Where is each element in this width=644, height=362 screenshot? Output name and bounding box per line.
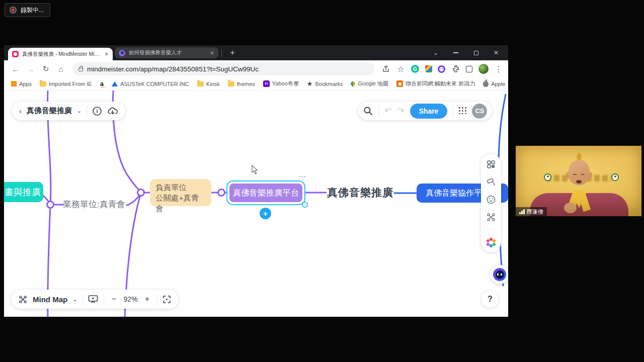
node-business-unit-label[interactable]: 業務單位:真青會 [63, 199, 125, 210]
user-avatar[interactable]: CS [472, 104, 487, 119]
tab-mindmeister[interactable]: 真佛音樂推廣 - MindMeister Mind Map ✕ [8, 48, 113, 60]
chevron-down-icon[interactable]: ⌄ [72, 296, 77, 303]
bookmark-label: Yahoo奇摩 [272, 80, 299, 87]
bookmark-google-maps[interactable]: Google 地圖 [351, 80, 388, 87]
minimize-button[interactable] [446, 45, 466, 60]
bookmark-label: Imported From IE [49, 81, 92, 87]
tab-search-icon[interactable]: ⌄ [426, 45, 446, 60]
selection-handle[interactable] [302, 202, 308, 208]
cloud-download-icon[interactable] [107, 106, 118, 116]
bookmark-star-icon[interactable]: ☆ [396, 64, 406, 73]
mindmap-mode-icon [18, 295, 28, 304]
address-bar[interactable]: mindmeister.com/app/map/2843550851?t=Sug… [72, 62, 374, 75]
add-child-node-button[interactable]: + [260, 208, 271, 219]
recording-indicator[interactable]: 錄製中... [5, 3, 50, 17]
bookmark-label: themes [237, 81, 255, 87]
bookmark-kiosk[interactable]: Kiosk [197, 81, 220, 87]
zoom-out-button[interactable]: − [109, 295, 118, 304]
integrations-flower-icon[interactable] [487, 238, 496, 247]
view-toolbar: Mind Map ⌄ − 92% + [11, 290, 179, 309]
back-icon[interactable]: ‹ [19, 107, 22, 115]
purple-extension-icon[interactable] [438, 65, 445, 73]
tab-close-icon[interactable]: ✕ [105, 51, 109, 57]
node-options-icon[interactable]: ... [299, 171, 306, 178]
forward-icon[interactable]: → [24, 62, 37, 75]
new-tab-button[interactable]: + [226, 47, 238, 59]
window-controls: ⌄ ✕ [426, 45, 506, 60]
folder-icon [228, 81, 234, 86]
map-header-pill: ‹ 真佛音樂推廣 ⌄ [12, 102, 125, 120]
connections-icon[interactable] [486, 212, 496, 222]
divider [104, 294, 104, 304]
paint-roller-icon[interactable] [486, 177, 496, 187]
sidebar-extension-icon[interactable] [466, 66, 472, 72]
recording-label: 錄製中... [21, 6, 44, 15]
chevron-down-icon[interactable]: ⌄ [77, 108, 82, 114]
back-icon[interactable]: ← [9, 62, 22, 75]
ai-assistant-button[interactable] [490, 265, 508, 284]
apps-grid-icon [11, 81, 17, 86]
view-mode-label[interactable]: Mind Map [33, 295, 67, 304]
help-button[interactable]: ? [481, 291, 499, 308]
map-pin-icon [350, 80, 357, 87]
bookmark-asus[interactable]: ASUSTeK COMPUTER INC [112, 81, 189, 87]
mindmap-canvas[interactable]: 畫與推廣 業務單位:真青會 負責單位 公關處+真青會 真佛音樂推廣平台 ... … [4, 90, 508, 317]
bookmark-apple[interactable]: Apple [483, 81, 505, 87]
browser-window: 真佛音樂推廣 - MindMeister Mind Map ✕ 如何發掘佛教音樂… [4, 45, 508, 317]
node-root-music-promotion[interactable]: 真佛音樂推廣 [327, 186, 393, 200]
bookmark-yahoo[interactable]: Y!Yahoo奇摩 [263, 80, 299, 87]
share-page-icon[interactable] [381, 64, 390, 73]
bookmark-apps[interactable]: Apps [11, 81, 32, 87]
colorful-extension-icon[interactable] [425, 65, 432, 72]
node-line: 公關處+真青會 [155, 193, 206, 214]
map-title[interactable]: 真佛音樂推廣 [27, 106, 72, 116]
grammarly-extension-icon[interactable]: G [411, 65, 419, 73]
recording-icon [10, 7, 17, 14]
bookmark-label: ASUSTeK COMPUTER INC [120, 81, 189, 87]
toolbar-right: ☆ G ⋮ [381, 64, 503, 74]
node-responsible-unit[interactable]: 負責單位 公關處+真青會 [150, 179, 211, 206]
bookmark-amazon[interactable]: a [100, 81, 104, 86]
amazon-icon: a [100, 81, 104, 86]
presentation-icon[interactable] [88, 294, 99, 304]
udn-icon [396, 80, 403, 87]
star-icon: ★ [307, 80, 313, 87]
close-button[interactable]: ✕ [486, 45, 506, 60]
zoom-level[interactable]: 92% [123, 295, 137, 303]
node-promotion-platform[interactable]: 真佛音樂推廣平台 [229, 184, 302, 202]
extensions-puzzle-icon[interactable] [451, 64, 460, 73]
undo-icon[interactable]: ↶ [384, 106, 391, 116]
browser-toolbar: ← → ↻ ⌂ mindmeister.com/app/map/28435508… [4, 60, 508, 77]
bookmark-imported[interactable]: Imported From IE [40, 81, 92, 87]
bookmark-bookmarks[interactable]: ★Bookmarks [307, 80, 343, 87]
profile-avatar[interactable] [478, 64, 489, 74]
reload-icon[interactable]: ↻ [39, 62, 52, 75]
participant-name: 釋蓮僧 [527, 208, 543, 216]
bookmark-label: Apple [491, 81, 505, 87]
share-button[interactable]: Share [410, 104, 448, 119]
apps-grid-icon[interactable] [459, 107, 466, 115]
home-icon[interactable]: ⌂ [54, 62, 67, 75]
node-planning-promotion[interactable]: 畫與推廣 [4, 182, 43, 202]
bookmark-themes[interactable]: themes [228, 81, 255, 87]
bookmark-label: Kiosk [206, 81, 220, 87]
site-favicon-icon [119, 50, 125, 56]
info-icon[interactable] [92, 106, 102, 116]
ai-bot-icon [493, 268, 506, 281]
browser-menu-icon[interactable]: ⋮ [494, 64, 503, 73]
zoom-in-button[interactable]: + [142, 295, 151, 304]
format-side-panel [481, 154, 501, 252]
mindmeister-favicon-icon [12, 51, 19, 57]
bookmark-label: Apps [19, 81, 32, 87]
emoji-icon[interactable] [486, 195, 496, 205]
search-icon[interactable] [363, 106, 373, 116]
maximize-button[interactable] [466, 45, 486, 60]
bookmark-udn[interactable]: 聯合新聞網:觸動未來 新識力 [396, 80, 475, 87]
redo-icon[interactable]: ↷ [397, 106, 404, 116]
layout-dots-icon[interactable] [486, 159, 496, 169]
selected-node-ring[interactable]: 真佛音樂推廣平台 [226, 180, 305, 205]
mouse-cursor [252, 165, 259, 175]
tab-close-icon[interactable]: ✕ [210, 50, 214, 56]
tab-secondary[interactable]: 如何發掘佛教音樂人才 ✕ [115, 47, 218, 58]
center-map-icon[interactable] [162, 295, 172, 304]
